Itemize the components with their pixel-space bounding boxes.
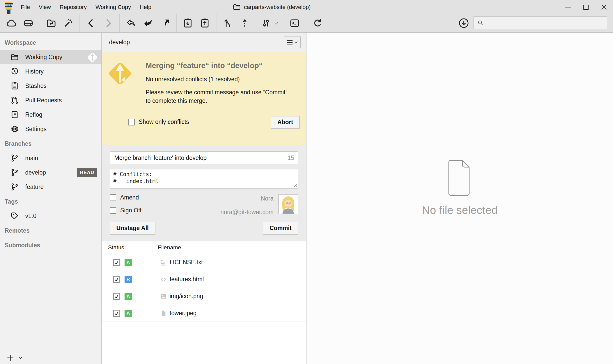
updates-download-button[interactable] [456, 14, 472, 32]
back-button[interactable] [83, 14, 100, 32]
check-icon [114, 260, 119, 265]
sidebar-item-branch-feature[interactable]: feature [0, 180, 101, 194]
view-options-button[interactable] [284, 37, 301, 48]
sidebar-item-settings[interactable]: Settings [0, 122, 101, 136]
refresh-button[interactable] [309, 14, 326, 32]
show-only-conflicts-checkbox[interactable] [128, 119, 135, 125]
filename: LICENSE.txt [170, 259, 203, 266]
sign-off-label[interactable]: Sign Off [120, 207, 142, 214]
search-box [474, 16, 607, 29]
sidebar-item-label: Reflog [25, 111, 42, 118]
search-input[interactable] [486, 19, 604, 26]
merge-button[interactable] [219, 14, 236, 32]
pull-button[interactable] [139, 14, 156, 32]
column-header-status[interactable]: Status [102, 241, 153, 254]
sidebar-item-label: Stashes [25, 83, 47, 89]
file-row-features[interactable]: R features.html [102, 271, 306, 288]
author-email: nora@git-tower.com [221, 209, 274, 216]
unstage-all-button[interactable]: Unstage All [110, 222, 155, 235]
pull-request-icon [10, 96, 19, 105]
sidebar-item-stashes[interactable]: Stashes [0, 79, 101, 93]
sidebar-item-reflog[interactable]: Reflog [0, 107, 101, 122]
sidebar-item-working-copy[interactable]: Working Copy [0, 50, 101, 64]
stash-save-button[interactable] [179, 14, 196, 32]
sidebar-item-tag-v1[interactable]: v1.0 [0, 209, 101, 223]
sidebar-item-pull-requests[interactable]: Pull Requests [0, 93, 101, 107]
commit-subject-input[interactable] [114, 154, 287, 162]
file-staged-checkbox[interactable] [113, 293, 120, 300]
sidebar-section-submodules: Submodules [0, 238, 101, 252]
menu-help[interactable]: Help [135, 0, 156, 14]
commit-subject-field: 15 [110, 151, 298, 164]
commit-author-info: Nora nora@git-tower.com [221, 194, 274, 216]
push-button[interactable] [156, 14, 173, 32]
file-row-icon-png[interactable]: A img/icon.png [102, 288, 306, 305]
menu-working-copy[interactable]: Working Copy [91, 0, 135, 14]
sidebar: Workspace Working Copy History Stashes [0, 33, 102, 364]
sidebar-item-label: History [25, 68, 44, 75]
amend-checkbox[interactable] [110, 194, 116, 201]
folder-icon [233, 4, 241, 11]
sidebar-item-branch-develop[interactable]: develop HEAD [0, 165, 101, 180]
status-badge: A [125, 259, 132, 266]
rebase-button[interactable] [236, 14, 253, 32]
sidebar-section-workspace: Workspace [0, 35, 101, 50]
menu-file[interactable]: File [16, 0, 34, 14]
empty-document-icon [448, 160, 472, 196]
commit-message-textarea[interactable]: # Conflicts: # index.html [110, 169, 298, 189]
show-only-conflicts-label[interactable]: Show only conflicts [139, 119, 189, 125]
toolbar-group-repo [40, 14, 80, 32]
compare-button[interactable] [259, 14, 273, 32]
minimize-button[interactable] [559, 0, 577, 14]
sidebar-section-branches: Branches [0, 136, 101, 151]
folder-icon [10, 53, 19, 61]
hamburger-icon [287, 40, 293, 45]
abort-merge-button[interactable]: Abort [271, 116, 300, 129]
code-file-icon [160, 276, 167, 283]
file-row-license[interactable]: A LICENSE.txt [102, 254, 306, 271]
author-avatar[interactable] [278, 194, 298, 214]
menubar: File View Repository Working Copy Help [16, 0, 156, 14]
toolbar-group-sync [120, 14, 177, 32]
search-icon [477, 20, 484, 26]
sidebar-item-label: Working Copy [25, 54, 62, 61]
branch-icon [10, 168, 19, 177]
sidebar-item-branch-main[interactable]: main [0, 151, 101, 165]
sidebar-item-label: Settings [25, 126, 47, 133]
menu-view[interactable]: View [34, 0, 55, 14]
amend-label[interactable]: Amend [120, 194, 139, 201]
maximize-button[interactable] [577, 0, 595, 14]
file-staged-checkbox[interactable] [113, 276, 120, 283]
image-file-icon [160, 293, 167, 300]
file-staged-checkbox[interactable] [113, 259, 120, 266]
sidebar-item-history[interactable]: History [0, 64, 101, 79]
local-repositories-button[interactable] [20, 14, 37, 32]
add-repository-button[interactable] [6, 354, 23, 362]
text-file-icon [160, 259, 167, 266]
cloud-services-button[interactable] [3, 14, 20, 32]
sidebar-item-label: Pull Requests [25, 97, 62, 104]
file-row-tower-jpeg[interactable]: A tower.jpeg [102, 305, 306, 322]
main-area: Workspace Working Copy History Stashes [0, 33, 613, 364]
column-header-filename[interactable]: Filename [153, 241, 181, 254]
status-badge: R [125, 276, 132, 283]
merge-state-icon [86, 51, 98, 63]
reflog-book-icon [10, 110, 19, 119]
file-staged-checkbox[interactable] [113, 310, 120, 317]
quick-actions-wand-button[interactable] [60, 14, 77, 32]
commit-button[interactable]: Commit [263, 222, 298, 235]
close-button[interactable] [595, 0, 613, 14]
stashes-clipboard-icon [10, 81, 19, 90]
open-repository-button[interactable] [43, 14, 60, 32]
branch-header: develop [102, 33, 306, 52]
stash-apply-button[interactable] [196, 14, 213, 32]
window-controls [559, 0, 613, 14]
terminal-button[interactable] [286, 14, 303, 32]
forward-button[interactable] [100, 14, 117, 32]
menu-repository[interactable]: Repository [55, 0, 91, 14]
compare-dropdown-chevron-icon[interactable] [273, 14, 280, 32]
sign-off-checkbox[interactable] [110, 207, 116, 214]
tower-app-window: File View Repository Working Copy Help c… [0, 0, 613, 364]
checkout-button[interactable] [122, 14, 139, 32]
toolbar-group-terminal [283, 14, 306, 32]
